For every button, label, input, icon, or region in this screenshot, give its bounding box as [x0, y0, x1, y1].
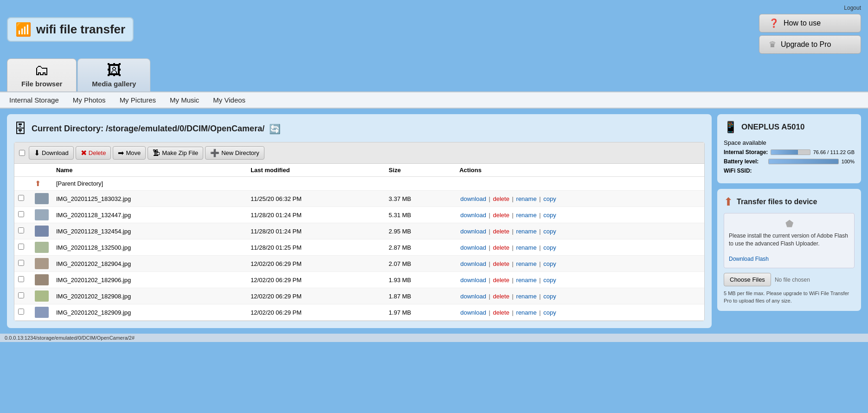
- row-checkbox[interactable]: [18, 260, 24, 266]
- action-download[interactable]: download: [460, 293, 486, 300]
- tab-file-browser[interactable]: 🗂 File browser: [7, 58, 77, 91]
- action-download[interactable]: download: [460, 277, 486, 284]
- file-modified: 12/02/20 06:29 PM: [247, 288, 385, 304]
- action-rename[interactable]: rename: [516, 244, 537, 251]
- action-rename[interactable]: rename: [516, 260, 537, 267]
- upgrade-button[interactable]: ♛ Upgrade to Pro: [759, 35, 861, 54]
- file-name[interactable]: IMG_20201202_182909.jpg: [52, 304, 247, 321]
- nav-internal-storage[interactable]: Internal Storage: [9, 96, 59, 104]
- nav-my-videos[interactable]: My Videos: [213, 96, 245, 104]
- refresh-icon[interactable]: 🔄: [269, 123, 281, 135]
- nav-my-music[interactable]: My Music: [170, 96, 199, 104]
- row-checkbox[interactable]: [18, 292, 24, 298]
- action-copy[interactable]: copy: [543, 195, 556, 202]
- delete-button[interactable]: ✖ Delete: [76, 146, 111, 160]
- folder-icon: 🗄: [14, 121, 27, 136]
- action-rename[interactable]: rename: [516, 277, 537, 284]
- action-delete[interactable]: delete: [493, 309, 509, 316]
- row-checkbox[interactable]: [18, 244, 24, 250]
- row-checkbox[interactable]: [18, 227, 24, 233]
- action-download[interactable]: download: [460, 309, 486, 316]
- new-directory-button[interactable]: ➕ New Directory: [205, 146, 264, 160]
- row-checkbox[interactable]: [18, 211, 24, 217]
- action-rename[interactable]: rename: [516, 309, 537, 316]
- action-delete[interactable]: delete: [493, 228, 509, 235]
- storage-progress-fill: [771, 150, 798, 155]
- file-modified: 11/28/20 01:24 PM: [247, 223, 385, 239]
- file-actions: download | delete | rename | copy: [456, 191, 704, 207]
- file-table-container: ⬇ Download ✖ Delete ➡ Move 🗜 Make Zip Fi…: [14, 142, 705, 321]
- flash-notice-text: Please install the current version of Ad…: [729, 232, 849, 263]
- file-size: 2.87 MB: [385, 239, 456, 256]
- file-name[interactable]: IMG_20201128_132447.jpg: [52, 207, 247, 223]
- file-name[interactable]: IMG_20201128_132454.jpg: [52, 223, 247, 239]
- action-download[interactable]: download: [460, 212, 486, 219]
- question-icon: ❓: [769, 18, 779, 28]
- file-thumbnail: [35, 307, 49, 318]
- space-available-label: Space available: [724, 139, 766, 146]
- action-download[interactable]: download: [460, 244, 486, 251]
- table-row: IMG_20201202_182906.jpg 12/02/20 06:29 P…: [14, 272, 704, 288]
- space-available-label-row: Space available: [724, 139, 855, 146]
- tabs-area: 🗂 File browser 🖼 Media gallery: [0, 58, 868, 91]
- action-copy[interactable]: copy: [543, 309, 556, 316]
- choose-files-button[interactable]: Choose Files: [724, 273, 771, 286]
- file-size: 2.07 MB: [385, 256, 456, 272]
- file-name[interactable]: IMG_20201202_182906.jpg: [52, 272, 247, 288]
- action-rename[interactable]: rename: [516, 195, 537, 202]
- action-rename[interactable]: rename: [516, 212, 537, 219]
- table-row: IMG_20201202_182909.jpg 12/02/20 06:29 P…: [14, 304, 704, 321]
- file-size: 3.37 MB: [385, 191, 456, 207]
- action-rename[interactable]: rename: [516, 228, 537, 235]
- download-button[interactable]: ⬇ Download: [29, 146, 74, 160]
- nav-my-pictures[interactable]: My Pictures: [120, 96, 156, 104]
- tab-media-gallery[interactable]: 🖼 Media gallery: [77, 58, 150, 91]
- file-name[interactable]: IMG_20201125_183032.jpg: [52, 191, 247, 207]
- action-delete[interactable]: delete: [493, 195, 509, 202]
- internal-storage-label: Internal Storage:: [724, 149, 768, 155]
- app-title: wifi file transfer: [36, 22, 125, 37]
- battery-progress-fill: [769, 159, 838, 164]
- action-delete[interactable]: delete: [493, 260, 509, 267]
- action-copy[interactable]: copy: [543, 293, 556, 300]
- action-delete[interactable]: delete: [493, 293, 509, 300]
- action-delete[interactable]: delete: [493, 212, 509, 219]
- crown-icon: ♛: [769, 39, 776, 50]
- action-download[interactable]: download: [460, 195, 486, 202]
- action-download[interactable]: download: [460, 228, 486, 235]
- storage-row: Internal Storage: 76.66 / 111.22 GB: [724, 149, 855, 155]
- action-copy[interactable]: copy: [543, 228, 556, 235]
- file-thumbnail: [35, 274, 49, 285]
- transfer-icon: ⬆: [724, 195, 733, 208]
- action-copy[interactable]: copy: [543, 277, 556, 284]
- delete-icon: ✖: [81, 148, 87, 157]
- row-checkbox[interactable]: [18, 195, 24, 201]
- zip-icon: 🗜: [153, 149, 160, 157]
- select-all-checkbox[interactable]: [19, 150, 25, 156]
- nav-my-photos[interactable]: My Photos: [73, 96, 106, 104]
- file-modified: 12/02/20 06:29 PM: [247, 256, 385, 272]
- how-to-use-button[interactable]: ❓ How to use: [759, 14, 861, 32]
- make-zip-button[interactable]: 🗜 Make Zip File: [148, 147, 203, 160]
- action-copy[interactable]: copy: [543, 260, 556, 267]
- logout-link[interactable]: Logout: [844, 5, 861, 11]
- file-name[interactable]: IMG_20201202_182908.jpg: [52, 288, 247, 304]
- action-download[interactable]: download: [460, 260, 486, 267]
- action-delete[interactable]: delete: [493, 244, 509, 251]
- file-name[interactable]: IMG_20201202_182904.jpg: [52, 256, 247, 272]
- status-bar: 0.0.0.13:1234/storage/emulated/0/DCIM/Op…: [0, 334, 868, 342]
- wifi-icon: 📶: [15, 22, 32, 37]
- file-name[interactable]: IMG_20201128_132500.jpg: [52, 239, 247, 256]
- phone-icon: 📱: [724, 121, 738, 134]
- move-button[interactable]: ➡ Move: [113, 146, 146, 160]
- row-checkbox[interactable]: [18, 276, 24, 282]
- action-copy[interactable]: copy: [543, 212, 556, 219]
- file-modified: 11/28/20 01:25 PM: [247, 239, 385, 256]
- action-copy[interactable]: copy: [543, 244, 556, 251]
- download-flash-link[interactable]: Download Flash: [729, 256, 769, 262]
- action-delete[interactable]: delete: [493, 277, 509, 284]
- table-row: IMG_20201128_132447.jpg 11/28/20 01:24 P…: [14, 207, 704, 223]
- parent-dir-label[interactable]: [Parent Directory]: [52, 177, 704, 191]
- row-checkbox[interactable]: [18, 309, 24, 315]
- action-rename[interactable]: rename: [516, 293, 537, 300]
